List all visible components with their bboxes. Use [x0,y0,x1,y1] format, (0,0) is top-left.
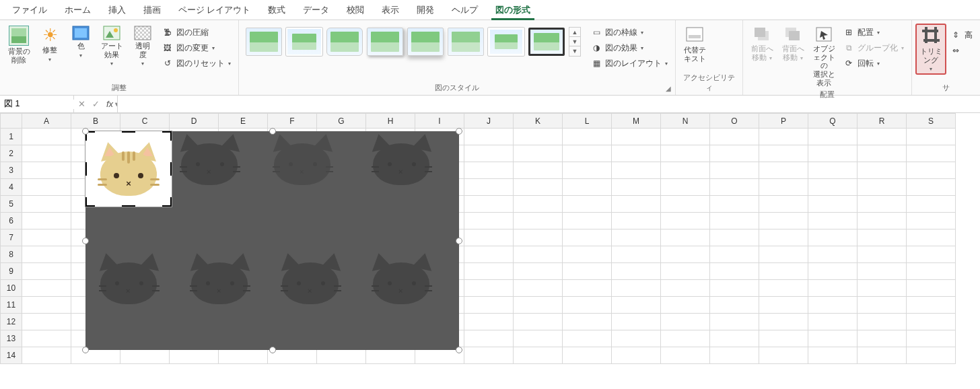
cell-O10[interactable] [710,280,759,297]
cell-R7[interactable] [858,229,907,246]
picture-object[interactable]: × × × × × × × × [85,131,459,350]
cell-R12[interactable] [858,314,907,330]
cell-R3[interactable] [858,162,907,179]
style-thumb-8[interactable] [528,28,565,56]
cell-N10[interactable] [661,280,710,297]
cell-Q11[interactable] [808,297,858,314]
tab-draw[interactable]: 描画 [137,1,168,20]
cell-Q1[interactable] [808,129,858,145]
crop-button[interactable]: トリミング▾ [916,24,946,74]
cell-L11[interactable] [563,297,612,314]
align-button[interactable]: ⊞配置 ▾ [841,26,906,39]
cell-P4[interactable] [759,179,808,196]
cell-R5[interactable] [858,196,907,213]
enter-icon[interactable]: ✓ [92,99,100,109]
cancel-icon[interactable]: ✕ [78,99,85,109]
cell-R6[interactable] [858,213,907,229]
cell-K6[interactable] [514,213,563,229]
col-header-I[interactable]: I [415,114,464,129]
cell-O3[interactable] [710,162,759,179]
fx-icon[interactable]: fx [106,99,113,109]
cell-N4[interactable] [661,179,710,196]
cell-J5[interactable] [464,196,514,213]
selection-pane-button[interactable]: オブジェクトの 選択と表示 [809,24,839,88]
tab-formulas[interactable]: 数式 [261,1,292,20]
cell-O12[interactable] [710,314,759,330]
cell-R8[interactable] [858,246,907,263]
cell-N14[interactable] [661,347,710,364]
cell-J11[interactable] [464,297,514,314]
cell-J12[interactable] [464,314,514,330]
col-header-B[interactable]: B [71,114,120,129]
col-header-K[interactable]: K [514,114,563,129]
cell-N12[interactable] [661,314,710,330]
style-thumb-1[interactable] [246,28,282,56]
style-thumb-7[interactable] [488,28,524,56]
cell-Q6[interactable] [808,213,858,229]
cell-A7[interactable] [22,229,71,246]
tab-picture-format[interactable]: 図の形式 [489,1,537,20]
cell-R14[interactable] [858,347,907,364]
cell-A11[interactable] [22,297,71,314]
cell-J7[interactable] [464,229,514,246]
cell-L7[interactable] [563,229,612,246]
row-header-14[interactable]: 14 [1,347,22,364]
cell-K4[interactable] [514,179,563,196]
picture-border-button[interactable]: ▭図の枠線 ▾ [589,26,670,39]
col-header-E[interactable]: E [219,114,268,129]
cell-Q4[interactable] [808,179,858,196]
cell-N1[interactable] [661,129,710,145]
cell-L8[interactable] [563,246,612,263]
remove-background-button[interactable]: 背景の 削除 [4,24,34,65]
cell-S4[interactable] [907,179,956,196]
gallery-up-icon[interactable]: ▲ [569,28,580,37]
cell-Q7[interactable] [808,229,858,246]
col-header-G[interactable]: G [317,114,366,129]
cell-N9[interactable] [661,263,710,280]
cell-O14[interactable] [710,347,759,364]
cell-K7[interactable] [514,229,563,246]
cell-P5[interactable] [759,196,808,213]
cell-O4[interactable] [710,179,759,196]
cell-J10[interactable] [464,280,514,297]
cell-K1[interactable] [514,129,563,145]
cell-R10[interactable] [858,280,907,297]
change-picture-button[interactable]: 🖼図の変更 ▾ [160,41,233,55]
cell-L10[interactable] [563,280,612,297]
cell-N6[interactable] [661,213,710,229]
cell-O9[interactable] [710,263,759,280]
rotate-button[interactable]: ⟳回転 ▾ [841,57,906,70]
sel-handle-bl[interactable] [82,347,89,353]
height-field[interactable]: ⇕高 [948,28,975,42]
cell-L5[interactable] [563,196,612,213]
tab-help[interactable]: ヘルプ [445,1,485,20]
crop-handle-bl[interactable] [85,197,95,207]
cell-O1[interactable] [710,129,759,145]
cell-Q12[interactable] [808,314,858,330]
alt-text-button[interactable]: 代替テ キスト [680,24,709,64]
cell-A14[interactable] [22,347,71,364]
corrections-button[interactable]: ☀ 修整▾ [35,24,65,64]
cell-O7[interactable] [710,229,759,246]
cell-A10[interactable] [22,280,71,297]
cell-P6[interactable] [759,213,808,229]
cell-N2[interactable] [661,145,710,162]
col-header-P[interactable]: P [759,114,808,129]
cell-M2[interactable] [612,145,661,162]
picture-layout-button[interactable]: ▦図のレイアウト ▾ [589,57,670,70]
col-header-S[interactable]: S [907,114,956,129]
cell-S2[interactable] [907,145,956,162]
picture-effects-button[interactable]: ◑図の効果 ▾ [589,41,670,55]
style-thumb-4[interactable] [367,28,403,56]
cell-K3[interactable] [514,162,563,179]
cell-S1[interactable] [907,129,956,145]
cell-J1[interactable] [464,129,514,145]
cell-M9[interactable] [612,263,661,280]
cell-A2[interactable] [22,145,71,162]
tab-view[interactable]: 表示 [375,1,406,20]
tab-data[interactable]: データ [296,1,336,20]
col-header-Q[interactable]: Q [808,114,858,129]
cell-Q13[interactable] [808,330,858,347]
cell-M14[interactable] [612,347,661,364]
row-header-12[interactable]: 12 [1,314,22,330]
